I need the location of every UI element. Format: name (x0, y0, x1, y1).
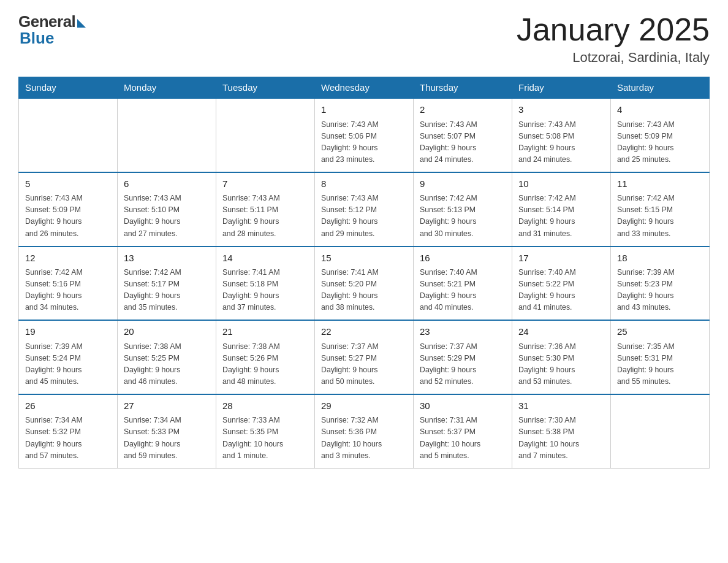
day-info: Sunrise: 7:43 AMSunset: 5:10 PMDaylight:… (124, 193, 210, 239)
calendar-day-1: 1Sunrise: 7:43 AMSunset: 5:06 PMDaylight… (315, 98, 414, 172)
day-info: Sunrise: 7:43 AMSunset: 5:06 PMDaylight:… (321, 119, 407, 166)
weekday-header-friday: Friday (512, 77, 611, 99)
calendar-table: SundayMondayTuesdayWednesdayThursdayFrid… (18, 77, 710, 468)
day-info: Sunrise: 7:38 AMSunset: 5:25 PMDaylight:… (124, 341, 210, 388)
day-info: Sunrise: 7:42 AMSunset: 5:17 PMDaylight:… (124, 267, 210, 313)
calendar-day-23: 23Sunrise: 7:37 AMSunset: 5:29 PMDayligh… (414, 320, 512, 394)
calendar-day-8: 8Sunrise: 7:43 AMSunset: 5:12 PMDaylight… (315, 172, 414, 247)
weekday-header-row: SundayMondayTuesdayWednesdayThursdayFrid… (19, 77, 710, 99)
day-info: Sunrise: 7:41 AMSunset: 5:18 PMDaylight:… (222, 267, 308, 313)
calendar-day-27: 27Sunrise: 7:34 AMSunset: 5:33 PMDayligh… (118, 394, 216, 468)
calendar-day-10: 10Sunrise: 7:42 AMSunset: 5:14 PMDayligh… (512, 172, 611, 247)
day-number: 1 (321, 103, 407, 117)
logo-blue-text: Blue (18, 29, 54, 48)
day-info: Sunrise: 7:34 AMSunset: 5:33 PMDaylight:… (124, 415, 210, 461)
calendar-day-24: 24Sunrise: 7:36 AMSunset: 5:30 PMDayligh… (512, 320, 611, 394)
day-number: 22 (321, 325, 407, 339)
calendar-week-row: 26Sunrise: 7:34 AMSunset: 5:32 PMDayligh… (19, 394, 710, 468)
calendar-day-30: 30Sunrise: 7:31 AMSunset: 5:37 PMDayligh… (414, 394, 512, 468)
calendar-day-17: 17Sunrise: 7:40 AMSunset: 5:22 PMDayligh… (512, 247, 611, 321)
day-number: 28 (222, 399, 308, 413)
day-info: Sunrise: 7:43 AMSunset: 5:07 PMDaylight:… (420, 119, 506, 166)
day-number: 13 (124, 251, 210, 266)
calendar-day-25: 25Sunrise: 7:35 AMSunset: 5:31 PMDayligh… (611, 320, 710, 394)
day-number: 21 (222, 325, 308, 339)
calendar-day-15: 15Sunrise: 7:41 AMSunset: 5:20 PMDayligh… (315, 247, 414, 321)
calendar-day-18: 18Sunrise: 7:39 AMSunset: 5:23 PMDayligh… (611, 247, 710, 321)
calendar-day-9: 9Sunrise: 7:42 AMSunset: 5:13 PMDaylight… (414, 172, 512, 247)
day-number: 11 (617, 177, 703, 191)
day-info: Sunrise: 7:37 AMSunset: 5:27 PMDaylight:… (321, 341, 407, 388)
weekday-header-saturday: Saturday (611, 77, 710, 99)
calendar-day-empty (611, 394, 710, 468)
day-info: Sunrise: 7:37 AMSunset: 5:29 PMDaylight:… (420, 341, 506, 388)
calendar-day-12: 12Sunrise: 7:42 AMSunset: 5:16 PMDayligh… (19, 247, 118, 321)
day-info: Sunrise: 7:43 AMSunset: 5:11 PMDaylight:… (222, 193, 308, 239)
calendar-day-4: 4Sunrise: 7:43 AMSunset: 5:09 PMDaylight… (611, 98, 710, 172)
day-number: 7 (222, 177, 308, 191)
day-number: 9 (420, 177, 506, 191)
day-number: 24 (518, 325, 604, 339)
day-info: Sunrise: 7:38 AMSunset: 5:26 PMDaylight:… (222, 341, 308, 388)
day-number: 14 (222, 251, 308, 266)
day-number: 5 (25, 177, 111, 191)
day-info: Sunrise: 7:42 AMSunset: 5:13 PMDaylight:… (420, 193, 506, 239)
calendar-day-22: 22Sunrise: 7:37 AMSunset: 5:27 PMDayligh… (315, 320, 414, 394)
day-info: Sunrise: 7:42 AMSunset: 5:14 PMDaylight:… (518, 193, 604, 239)
calendar-day-7: 7Sunrise: 7:43 AMSunset: 5:11 PMDaylight… (216, 172, 315, 247)
day-info: Sunrise: 7:34 AMSunset: 5:32 PMDaylight:… (25, 415, 111, 461)
day-number: 16 (420, 251, 506, 266)
day-info: Sunrise: 7:33 AMSunset: 5:35 PMDaylight:… (222, 415, 308, 461)
day-info: Sunrise: 7:43 AMSunset: 5:09 PMDaylight:… (617, 119, 703, 166)
weekday-header-sunday: Sunday (19, 77, 118, 99)
calendar-day-20: 20Sunrise: 7:38 AMSunset: 5:25 PMDayligh… (118, 320, 216, 394)
day-number: 25 (617, 325, 703, 339)
calendar-day-29: 29Sunrise: 7:32 AMSunset: 5:36 PMDayligh… (315, 394, 414, 468)
day-number: 31 (518, 399, 604, 413)
day-number: 20 (124, 325, 210, 339)
weekday-header-thursday: Thursday (414, 77, 512, 99)
logo: General Blue (18, 12, 86, 48)
calendar-day-13: 13Sunrise: 7:42 AMSunset: 5:17 PMDayligh… (118, 247, 216, 321)
calendar-title: January 2025 (517, 12, 710, 47)
day-number: 3 (518, 103, 604, 117)
day-info: Sunrise: 7:43 AMSunset: 5:12 PMDaylight:… (321, 193, 407, 239)
day-info: Sunrise: 7:35 AMSunset: 5:31 PMDaylight:… (617, 341, 703, 388)
page-header: General Blue January 2025 Lotzorai, Sard… (18, 12, 710, 66)
weekday-header-tuesday: Tuesday (216, 77, 315, 99)
calendar-day-16: 16Sunrise: 7:40 AMSunset: 5:21 PMDayligh… (414, 247, 512, 321)
calendar-week-row: 19Sunrise: 7:39 AMSunset: 5:24 PMDayligh… (19, 320, 710, 394)
day-number: 27 (124, 399, 210, 413)
weekday-header-wednesday: Wednesday (315, 77, 414, 99)
calendar-day-empty (216, 98, 315, 172)
calendar-day-6: 6Sunrise: 7:43 AMSunset: 5:10 PMDaylight… (118, 172, 216, 247)
day-info: Sunrise: 7:39 AMSunset: 5:24 PMDaylight:… (25, 341, 111, 388)
day-info: Sunrise: 7:41 AMSunset: 5:20 PMDaylight:… (321, 267, 407, 313)
day-number: 10 (518, 177, 604, 191)
day-info: Sunrise: 7:39 AMSunset: 5:23 PMDaylight:… (617, 267, 703, 313)
calendar-week-row: 12Sunrise: 7:42 AMSunset: 5:16 PMDayligh… (19, 247, 710, 321)
day-number: 23 (420, 325, 506, 339)
day-number: 15 (321, 251, 407, 266)
logo-triangle-icon (77, 19, 86, 28)
day-number: 29 (321, 399, 407, 413)
calendar-day-3: 3Sunrise: 7:43 AMSunset: 5:08 PMDaylight… (512, 98, 611, 172)
day-number: 17 (518, 251, 604, 266)
title-block: January 2025 Lotzorai, Sardinia, Italy (517, 12, 710, 66)
day-info: Sunrise: 7:42 AMSunset: 5:16 PMDaylight:… (25, 267, 111, 313)
calendar-day-empty (19, 98, 118, 172)
day-number: 4 (617, 103, 703, 117)
day-info: Sunrise: 7:30 AMSunset: 5:38 PMDaylight:… (518, 415, 604, 461)
calendar-day-11: 11Sunrise: 7:42 AMSunset: 5:15 PMDayligh… (611, 172, 710, 247)
calendar-week-row: 5Sunrise: 7:43 AMSunset: 5:09 PMDaylight… (19, 172, 710, 247)
day-number: 8 (321, 177, 407, 191)
calendar-day-2: 2Sunrise: 7:43 AMSunset: 5:07 PMDaylight… (414, 98, 512, 172)
calendar-day-21: 21Sunrise: 7:38 AMSunset: 5:26 PMDayligh… (216, 320, 315, 394)
calendar-day-31: 31Sunrise: 7:30 AMSunset: 5:38 PMDayligh… (512, 394, 611, 468)
calendar-header: SundayMondayTuesdayWednesdayThursdayFrid… (19, 77, 710, 99)
calendar-day-5: 5Sunrise: 7:43 AMSunset: 5:09 PMDaylight… (19, 172, 118, 247)
calendar-day-26: 26Sunrise: 7:34 AMSunset: 5:32 PMDayligh… (19, 394, 118, 468)
day-info: Sunrise: 7:31 AMSunset: 5:37 PMDaylight:… (420, 415, 506, 461)
calendar-subtitle: Lotzorai, Sardinia, Italy (517, 50, 710, 66)
day-number: 19 (25, 325, 111, 339)
